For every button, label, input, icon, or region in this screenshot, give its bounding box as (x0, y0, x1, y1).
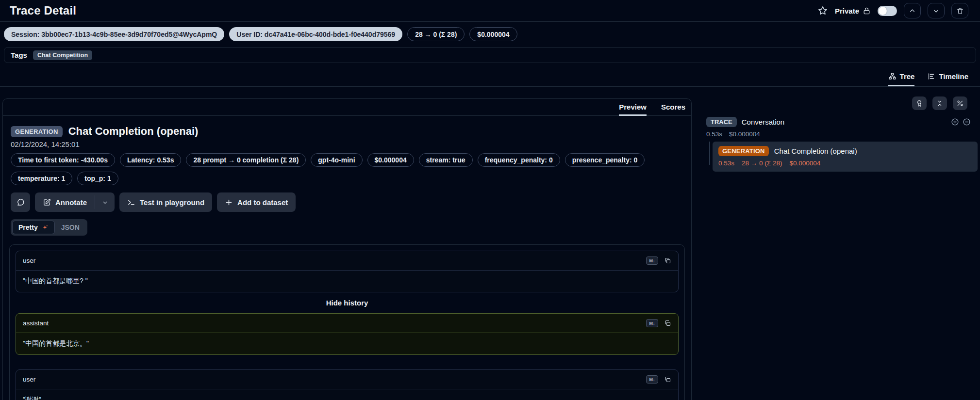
metrics-toggle-button[interactable] (953, 96, 967, 110)
plus-icon (225, 198, 233, 207)
lock-icon (863, 7, 871, 15)
edit-icon (43, 198, 51, 207)
badge-temperature: temperature: 1 (11, 172, 72, 185)
badge-stream: stream: true (419, 153, 473, 167)
tab-tree-label: Tree (900, 72, 915, 80)
sparkles-icon (41, 224, 49, 231)
header-actions: Private (817, 3, 968, 18)
privacy-label: Private (835, 7, 871, 15)
message-card-user-2: user M↓ "谢谢" (16, 369, 679, 400)
test-in-playground-label: Test in playground (140, 198, 204, 207)
page-header: Trace Detail Private (0, 0, 980, 22)
message-card-user-1: user M↓ "中国的首都是哪里? " (16, 251, 679, 292)
cost-badge: $0.000004 (469, 27, 517, 41)
user-id-badge[interactable]: User ID: dc47a41e-06bc-400d-bde1-f0e440d… (229, 27, 402, 41)
tree-children: GENERATION Chat Completion (openai) 0.53… (699, 142, 980, 172)
annotate-dropdown-button[interactable] (95, 192, 115, 212)
chevron-down-icon (102, 199, 108, 206)
annotate-split-button: Annotate (35, 192, 115, 212)
message-role: user (23, 376, 35, 383)
previous-trace-button[interactable] (904, 3, 921, 18)
message-role: assistant (23, 320, 49, 327)
trash-icon (956, 7, 964, 15)
generation-tokens: 28 → 0 (Σ 28) (742, 160, 782, 167)
trace-tree-panel: TRACE Conversation 0.53s $0.000004 GENER… (699, 96, 980, 400)
timeline-icon (927, 72, 935, 80)
badge-presence-penalty: presence_penalty: 0 (565, 153, 645, 167)
page-title: Trace Detail (10, 4, 76, 17)
add-to-dataset-label: Add to dataset (237, 198, 288, 207)
observation-title: Chat Completion (openai) (68, 125, 199, 138)
message-card-assistant: assistant M↓ "中国的首都是北京。" (16, 313, 679, 355)
comments-button[interactable] (11, 192, 30, 212)
tags-label: Tags (11, 51, 27, 59)
badge-token-usage: 28 prompt → 0 completion (Σ 28) (186, 153, 306, 167)
add-to-dataset-button[interactable]: Add to dataset (217, 192, 296, 212)
copy-icon[interactable] (664, 376, 671, 383)
tab-timeline[interactable]: Timeline (927, 72, 968, 86)
tree-icon (888, 72, 897, 80)
format-toggle: Pretty JSON (11, 219, 87, 236)
generation-title: Chat Completion (openai) (774, 147, 857, 155)
annotate-button[interactable]: Annotate (35, 192, 95, 212)
message-header: user M↓ (16, 251, 678, 271)
format-json-button[interactable]: JSON (55, 221, 86, 234)
toggle-knob (879, 7, 887, 15)
tab-scores[interactable]: Scores (661, 99, 685, 116)
trace-title: Conversation (742, 118, 784, 126)
markdown-toggle-icon[interactable]: M↓ (646, 375, 658, 384)
trace-detail-page: { "page": { "title": "Trace Detail" }, "… (0, 0, 980, 400)
star-icon[interactable] (817, 5, 828, 16)
generation-latency: 0.53s (718, 160, 734, 167)
message-content: "中国的首都是哪里? " (16, 271, 678, 292)
collapse-all-button[interactable] (932, 96, 947, 110)
copy-icon[interactable] (664, 320, 671, 327)
message-content: "中国的首都是北京。" (16, 333, 678, 354)
badge-model: gpt-4o-mini (311, 153, 362, 167)
hide-history-button[interactable]: Hide history (16, 299, 679, 307)
observation-type-badge: GENERATION (11, 126, 63, 137)
chevron-down-icon (932, 7, 940, 15)
test-in-playground-button[interactable]: Test in playground (119, 192, 212, 212)
fold-vertical-icon (936, 99, 944, 107)
tag-chip[interactable]: Chat Competition (33, 50, 92, 60)
terminal-icon (127, 198, 135, 207)
tree-connector-line (709, 142, 710, 165)
privacy-toggle[interactable] (878, 6, 897, 16)
badge-time-to-first-token: Time to first token: -430.00s (11, 153, 115, 167)
tab-timeline-label: Timeline (939, 72, 968, 80)
view-mode-tabs: Tree Timeline (0, 63, 980, 87)
delete-trace-button[interactable] (951, 3, 968, 18)
trace-cost: $0.000004 (729, 130, 760, 138)
pretty-label: Pretty (18, 224, 38, 231)
tab-preview[interactable]: Preview (619, 99, 647, 116)
trace-latency: 0.53s (706, 130, 722, 138)
session-badge[interactable]: Session: 3bb00ec7-1b13-4c9b-85ee-3d9d70f… (4, 27, 224, 41)
markdown-toggle-icon[interactable]: M↓ (646, 256, 658, 265)
message-header: user M↓ (16, 370, 678, 389)
trace-id-badges: Session: 3bb00ec7-1b13-4c9b-85ee-3d9d70f… (0, 22, 980, 46)
markdown-toggle-icon[interactable]: M↓ (646, 319, 658, 327)
plus-circle-icon[interactable] (951, 118, 959, 126)
annotate-label: Annotate (55, 198, 87, 207)
copy-icon[interactable] (664, 257, 671, 264)
minus-circle-icon[interactable] (963, 118, 971, 126)
percent-icon (956, 99, 964, 107)
generation-tree-row[interactable]: GENERATION Chat Completion (openai) 0.53… (713, 142, 978, 172)
format-pretty-button[interactable]: Pretty (12, 221, 55, 234)
next-trace-button[interactable] (928, 3, 945, 18)
scores-toggle-button[interactable] (912, 96, 927, 110)
trace-tree-root-row[interactable]: TRACE Conversation (706, 117, 971, 127)
generation-cost: $0.000004 (789, 160, 820, 167)
badge-top-p: top_p: 1 (77, 172, 118, 185)
observation-actions: Annotate Test in playground Add to datas… (11, 192, 683, 212)
privacy-text: Private (835, 7, 859, 15)
trace-metrics: 0.53s $0.000004 (706, 130, 980, 138)
badge-cost: $0.000004 (367, 153, 414, 167)
tab-tree[interactable]: Tree (888, 72, 915, 86)
observation-detail-panel: Preview Scores GENERATION Chat Completio… (2, 98, 692, 400)
token-usage-badge: 28 → 0 (Σ 28) (407, 27, 465, 41)
trace-type-badge: TRACE (706, 117, 737, 127)
comment-icon (16, 198, 25, 207)
badge-latency: Latency: 0.53s (120, 153, 182, 167)
